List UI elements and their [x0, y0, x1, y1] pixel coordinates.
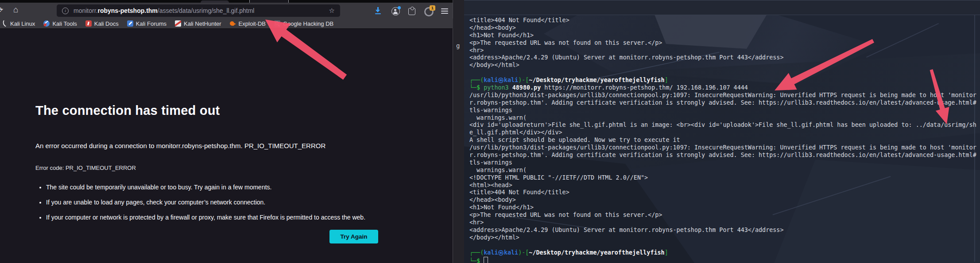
firefox-window: ⟳ ⌂ i monitorr.robyns-petshop.thm/assets…	[0, 0, 453, 263]
terminal-line: tls-warnings	[469, 159, 976, 167]
reload-icon[interactable]: ⟳	[0, 5, 3, 15]
terminal-line: <p>The requested URL was not found on th…	[469, 39, 976, 47]
terminal-top-band	[464, 0, 980, 15]
bookmark-item-kali-forums[interactable]: Kali Forums	[127, 20, 167, 27]
terminal-line: warnings.warn(	[469, 114, 976, 122]
terminal-output: <title>404 Not Found</title></head><body…	[469, 17, 976, 263]
navigation-toolbar: ⟳ ⌂ i monitorr.robyns-petshop.thm/assets…	[0, 3, 453, 19]
terminal-window[interactable]: <title>404 Not Found</title></head><body…	[464, 0, 980, 263]
site-info-icon[interactable]: i	[62, 8, 69, 14]
url-path: /assets/data/usrimg/she_ll.gif.phtml	[158, 7, 255, 14]
terminal-cursor	[484, 257, 488, 263]
terminal-line: <h1>Not Found</h1>	[469, 32, 976, 39]
stray-text: g	[456, 42, 460, 49]
url-domain: robyns-petshop.thm	[97, 7, 157, 14]
bookmark-item-kali-docs[interactable]: Kali Docs	[85, 20, 119, 27]
extensions-puzzle-icon[interactable]	[408, 8, 415, 15]
bookmark-item-kali-linux[interactable]: Kali Linux	[1, 20, 35, 27]
kali-tools-icon	[43, 20, 50, 27]
error-code: Error code: PR_IO_TIMEOUT_ERROR	[35, 165, 136, 171]
terminal-line: <!DOCTYPE HTML PUBLIC "-//IETF//DTD HTML…	[469, 174, 976, 182]
terminal-line: warnings.warn(	[469, 167, 976, 174]
url-bar[interactable]: i monitorr.robyns-petshop.thm/assets/dat…	[57, 4, 340, 17]
url-prefix: monitorr.	[74, 7, 97, 14]
terminal-line: e_ll.gif.phtml</div></div>	[469, 129, 976, 137]
bookmark-item-kali-tools[interactable]: Kali Tools	[43, 20, 77, 27]
error-page: The connection has timed out An error oc…	[0, 28, 453, 263]
terminal-line: <hr>	[469, 47, 976, 55]
terminal-line: <address>Apache/2.4.29 (Ubuntu) Server a…	[469, 227, 976, 234]
terminal-line: <html><head>	[469, 182, 976, 189]
ghdb-icon	[274, 20, 280, 27]
error-suggestion: The site could be temporarily unavailabl…	[46, 183, 386, 192]
error-suggestion: If your computer or network is protected…	[46, 213, 386, 222]
exploit-db-icon	[230, 20, 236, 27]
terminal-line: <h1>Not Found</h1>	[469, 204, 976, 212]
account-sync-dot	[398, 6, 401, 9]
terminal-line: tls-warnings	[469, 107, 976, 114]
error-message: An error occurred during a connection to…	[35, 142, 399, 149]
kali-linux-icon	[1, 20, 8, 27]
page-title: The connection has timed out	[35, 103, 220, 118]
terminal-line: </body></html>	[469, 62, 976, 69]
bookmark-item-google-hacking-db[interactable]: Google Hacking DB	[274, 20, 333, 27]
bookmark-label: Google Hacking DB	[283, 20, 333, 27]
terminal-line: ┌──(kali㉿kali)-[~/Desktop/tryhackme/year…	[469, 77, 976, 84]
terminal-line: A shell script should be uploaded. Now w…	[469, 137, 976, 144]
terminal-line: <address>Apache/2.4.29 (Ubuntu) Server a…	[469, 54, 976, 62]
kali-docs-icon	[85, 20, 92, 27]
error-suggestion: If you are unable to load any pages, che…	[46, 198, 386, 207]
url-text: monitorr.robyns-petshop.thm/assets/data/…	[74, 7, 254, 14]
bookmarks-toolbar: Kali LinuxKali ToolsKali DocsKali Forums…	[0, 19, 454, 28]
terminal-line: <title>404 Not Found</title>	[469, 189, 976, 196]
bookmark-label: Kali Tools	[52, 20, 77, 27]
menu-hamburger-icon[interactable]	[441, 8, 448, 14]
terminal-line: </body></html>	[469, 234, 976, 242]
terminal-line: /usr/lib/python3/dist-packages/urllib3/c…	[469, 92, 976, 99]
try-again-button[interactable]: Try Again	[329, 230, 378, 243]
bookmark-item-exploit-db[interactable]: Exploit-DB	[230, 20, 266, 27]
terminal-line: </head><body>	[469, 196, 976, 204]
downloads-icon[interactable]	[375, 7, 382, 14]
terminal-line: /usr/lib/python3/dist-packages/urllib3/c…	[469, 144, 976, 152]
terminal-line: <title>404 Not Found</title>	[469, 17, 976, 24]
terminal-line: <p>The requested URL was not found on th…	[469, 212, 976, 219]
bookmark-star-icon[interactable]: ☆	[329, 7, 335, 15]
terminal-line: r.robyns-petshop.thm'. Adding certificat…	[469, 152, 976, 159]
terminal-line: └─$ python3 48980.py https://monitorr.ro…	[469, 84, 976, 92]
kali-nethunter-icon	[175, 20, 181, 27]
bookmark-label: Kali Forums	[136, 20, 167, 27]
terminal-line: <div id='uploadreturn'>File she_ll.gif.p…	[469, 122, 976, 129]
terminal-line: r.robyns-petshop.thm'. Adding certificat…	[469, 99, 976, 107]
extension-badge: 1	[430, 5, 435, 11]
terminal-line	[469, 69, 976, 77]
bookmark-item-kali-nethunter[interactable]: Kali NetHunter	[175, 20, 221, 27]
screenshot-root: ⟳ ⌂ i monitorr.robyns-petshop.thm/assets…	[0, 0, 980, 263]
home-icon[interactable]: ⌂	[13, 5, 18, 15]
desktop-gap: g	[453, 0, 464, 263]
bookmark-label: Exploit-DB	[239, 20, 266, 27]
terminal-line: </head><body>	[469, 24, 976, 32]
bookmark-label: Kali Docs	[94, 20, 119, 27]
extension-ring-icon[interactable]: 1	[424, 7, 434, 16]
terminal-line	[469, 242, 976, 249]
bookmark-label: Kali Linux	[10, 20, 35, 27]
terminal-line: └─$	[469, 257, 976, 263]
terminal-line: <hr>	[469, 219, 976, 227]
error-suggestions: The site could be temporarily unavailabl…	[38, 183, 386, 228]
account-icon[interactable]	[391, 7, 400, 16]
terminal-line: ┌──(kali㉿kali)-[~/Desktop/tryhackme/year…	[469, 249, 976, 257]
bookmark-label: Kali NetHunter	[184, 20, 221, 27]
kali-forums-icon	[127, 20, 133, 27]
